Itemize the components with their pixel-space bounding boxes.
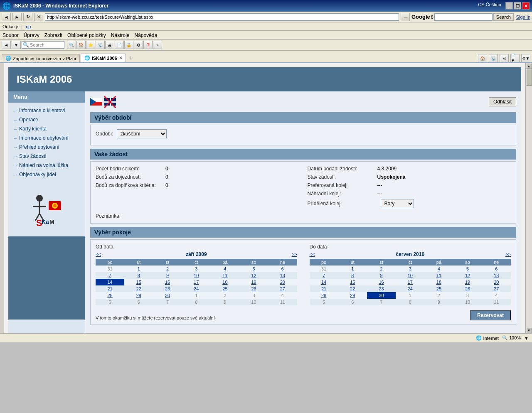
- left-cal-cell-0-1[interactable]: 1: [124, 266, 153, 272]
- right-cal-cell-2-1[interactable]: 15: [338, 279, 367, 285]
- toolbar-btn-rss[interactable]: 📡: [96, 41, 105, 49]
- prirazena-kolej-select[interactable]: Bory: [381, 199, 414, 208]
- right-cal-cell-1-6[interactable]: 13: [482, 272, 511, 279]
- right-cal-cell-0-1[interactable]: 1: [338, 266, 367, 272]
- toolbar-btn-tools[interactable]: ⚙: [134, 41, 143, 49]
- refresh-button[interactable]: ↻: [23, 13, 32, 21]
- right-cal-cell-1-2[interactable]: 9: [367, 272, 396, 279]
- right-cal-cell-1-4[interactable]: 11: [424, 272, 453, 279]
- sidebar-item-objednavky-jidel[interactable]: → Objednávky jídel: [8, 170, 85, 179]
- right-cal-cell-3-3[interactable]: 24: [396, 285, 424, 292]
- toolbar-back[interactable]: ◄: [2, 41, 11, 49]
- left-cal-cell-0-5[interactable]: 5: [239, 266, 268, 272]
- right-cal-cell-2-6[interactable]: 20: [482, 279, 511, 285]
- toolbar-btn-safety[interactable]: 🔒: [124, 41, 133, 49]
- menu-oblibene[interactable]: Oblíbené položky: [67, 32, 106, 38]
- right-cal-cell-0-3[interactable]: 3: [396, 266, 424, 272]
- scrollbar-right[interactable]: ▲ ▼: [525, 63, 532, 333]
- left-cal-cell-0-3[interactable]: 3: [182, 266, 211, 272]
- left-cal-cell-1-0[interactable]: 7: [96, 272, 124, 279]
- tab-rss-icon[interactable]: 📡: [489, 54, 498, 62]
- logout-button[interactable]: Odhlásit: [489, 97, 516, 106]
- stop-button[interactable]: ✕: [34, 13, 43, 21]
- sidebar-item-stav-zadosti[interactable]: → Stav žádosti: [8, 152, 85, 161]
- right-cal-cell-3-4[interactable]: 25: [424, 285, 453, 292]
- toolbar-btn-home[interactable]: 🏠: [76, 41, 86, 49]
- rezervovat-button[interactable]: Rezervovat: [470, 310, 511, 320]
- left-cal-cell-3-3[interactable]: 24: [182, 285, 211, 292]
- tab-home-icon[interactable]: 🏠: [478, 54, 487, 62]
- scroll-thumb[interactable]: [526, 69, 532, 86]
- right-cal-cell-2-5[interactable]: 19: [453, 279, 482, 285]
- left-cal-cell-4-2[interactable]: 30: [153, 292, 182, 299]
- restore-button[interactable]: ❐: [514, 2, 521, 10]
- toolbar-btn-print[interactable]: 🖨: [105, 41, 114, 49]
- back-button[interactable]: ◄: [2, 13, 11, 21]
- scroll-down-button[interactable]: ▼: [526, 327, 532, 333]
- right-cal-cell-0-4[interactable]: 4: [424, 266, 453, 272]
- tab-1[interactable]: 🌐 ISKaM 2006 ✕: [81, 54, 126, 62]
- sidebar-item-nahled-luzka[interactable]: → Náhled na volná lůžka: [8, 161, 85, 170]
- left-cal-cell-0-6[interactable]: 6: [268, 266, 297, 272]
- sidebar-item-prehled-ubytovani[interactable]: → Přehled ubytování: [8, 143, 85, 152]
- left-cal-cell-0-2[interactable]: 2: [153, 266, 182, 272]
- right-cal-cell-0-6[interactable]: 6: [482, 266, 511, 272]
- scroll-up-button[interactable]: ▲: [526, 63, 532, 69]
- left-cal-cell-3-0[interactable]: 21: [96, 285, 124, 292]
- toolbar-btn-star[interactable]: ⭐: [86, 41, 95, 49]
- left-cal-cell-4-1[interactable]: 29: [124, 292, 153, 299]
- obdobi-select[interactable]: zkušební 2009/2010 2010/2011: [117, 129, 167, 138]
- right-cal-cell-3-6[interactable]: 27: [482, 285, 511, 292]
- left-cal-prev[interactable]: <<: [96, 252, 101, 257]
- left-cal-cell-2-0[interactable]: 14: [96, 279, 124, 285]
- google-search-input[interactable]: [434, 13, 493, 21]
- right-cal-cell-2-3[interactable]: 17: [396, 279, 424, 285]
- left-cal-cell-1-2[interactable]: 9: [153, 272, 182, 279]
- menu-upravy[interactable]: Úpravy: [24, 32, 39, 38]
- minimize-button[interactable]: _: [505, 2, 513, 10]
- sidebar-item-informace-klientovi[interactable]: → Informace o klientovi: [8, 106, 85, 115]
- right-cal-cell-0-5[interactable]: 5: [453, 266, 482, 272]
- uk-flag[interactable]: [104, 98, 116, 106]
- links-item-no[interactable]: no: [26, 24, 31, 29]
- forward-button[interactable]: ►: [12, 13, 22, 21]
- right-cal-cell-3-5[interactable]: 26: [453, 285, 482, 292]
- left-cal-cell-4-0[interactable]: 28: [96, 292, 124, 299]
- right-cal-cell-3-1[interactable]: 22: [338, 285, 367, 292]
- menu-soubor[interactable]: Soubor: [2, 32, 19, 38]
- left-cal-cell-1-3[interactable]: 10: [182, 272, 211, 279]
- close-button[interactable]: ✕: [522, 2, 530, 10]
- left-cal-cell-1-5[interactable]: 12: [239, 272, 268, 279]
- left-cal-cell-2-3[interactable]: 17: [182, 279, 211, 285]
- sidebar-item-karty-klienta[interactable]: → Karty klienta: [8, 124, 85, 133]
- tab-page-dropdown[interactable]: 📄▼: [510, 54, 520, 62]
- menu-napoveda[interactable]: Nápověda: [135, 32, 158, 38]
- left-cal-cell-2-5[interactable]: 19: [239, 279, 268, 285]
- right-cal-cell-2-0[interactable]: 14: [310, 279, 338, 285]
- right-cal-cell-4-1[interactable]: 29: [338, 292, 367, 299]
- menu-nastroje[interactable]: Nástroje: [111, 32, 130, 38]
- left-cal-cell-3-2[interactable]: 23: [153, 285, 182, 292]
- sidebar-item-operace[interactable]: → Operace: [8, 115, 85, 124]
- toolbar-btn-search[interactable]: 🔍: [67, 41, 76, 49]
- left-cal-cell-3-5[interactable]: 26: [239, 285, 268, 292]
- left-cal-cell-3-6[interactable]: 27: [268, 285, 297, 292]
- left-cal-cell-3-1[interactable]: 22: [124, 285, 153, 292]
- left-cal-cell-3-4[interactable]: 25: [211, 285, 239, 292]
- right-cal-cell-3-0[interactable]: 21: [310, 285, 338, 292]
- address-input[interactable]: [45, 13, 399, 21]
- left-cal-cell-1-1[interactable]: 8: [124, 272, 153, 279]
- left-cal-next[interactable]: >>: [292, 252, 297, 257]
- toolbar-dropdown[interactable]: ▼: [12, 41, 21, 49]
- left-cal-cell-1-4[interactable]: 11: [211, 272, 239, 279]
- right-cal-cell-1-0[interactable]: 7: [310, 272, 338, 279]
- right-cal-cell-1-1[interactable]: 8: [338, 272, 367, 279]
- toolbar-btn-help[interactable]: ❓: [143, 41, 153, 49]
- tab-print-icon[interactable]: 🖨: [500, 54, 509, 62]
- czech-flag[interactable]: [90, 98, 102, 106]
- toolbar-btn-page[interactable]: 📄: [115, 41, 124, 49]
- toolbar-btn-extra[interactable]: »: [153, 41, 162, 49]
- tab-close-1[interactable]: ✕: [119, 56, 122, 60]
- left-cal-cell-2-1[interactable]: 15: [124, 279, 153, 285]
- menu-zobrazit[interactable]: Zobrazit: [44, 32, 62, 38]
